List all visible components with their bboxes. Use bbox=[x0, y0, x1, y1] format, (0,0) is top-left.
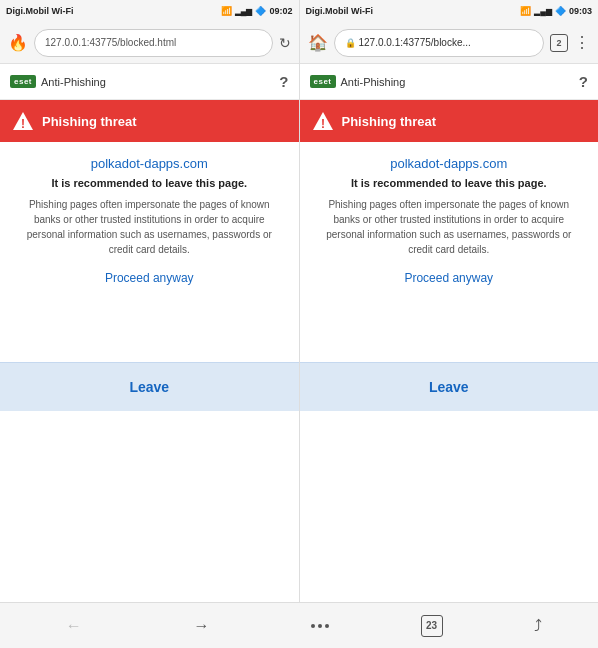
panel-left: 🔥 127.0.0.1:43775/blocked.html ↻ eset An… bbox=[0, 22, 300, 602]
leave-btn-right[interactable]: Leave bbox=[429, 379, 469, 395]
threat-title-right: Phishing threat bbox=[342, 114, 437, 129]
eset-header-left: eset Anti-Phishing ? bbox=[0, 64, 299, 100]
address-text-left: 127.0.0.1:43775/blocked.html bbox=[45, 37, 176, 48]
eset-badge-right: eset bbox=[310, 75, 336, 88]
svg-text:!: ! bbox=[21, 117, 25, 131]
lock-icon-right: 🔒 bbox=[345, 38, 356, 48]
bt-icon-right: 🔷 bbox=[555, 6, 566, 16]
wifi-icon-right: 📶 bbox=[520, 6, 531, 16]
threat-banner-left: ! Phishing threat bbox=[0, 100, 299, 142]
eset-logo-right: eset Anti-Phishing bbox=[310, 75, 406, 88]
signal-left: ▂▄▆ bbox=[235, 7, 253, 16]
time-left: 09:02 bbox=[269, 6, 292, 16]
domain-right: polkadot-dapps.com bbox=[390, 156, 507, 171]
leave-section-left: Leave bbox=[0, 362, 299, 411]
svg-text:!: ! bbox=[321, 117, 325, 131]
forward-btn[interactable]: → bbox=[183, 611, 219, 641]
address-bar-left[interactable]: 127.0.0.1:43775/blocked.html bbox=[34, 29, 273, 57]
status-bar-left: Digi.Mobil Wi-Fi 📶 ▂▄▆ 🔷 09:02 bbox=[0, 0, 300, 22]
wifi-icon-left: 📶 bbox=[221, 6, 232, 16]
warning-icon-left: ! bbox=[12, 110, 34, 132]
proceed-link-left[interactable]: Proceed anyway bbox=[105, 271, 194, 285]
browser-bar-right: 🏠 🔒 127.0.0.1:43775/blocke... 2 ⋮ bbox=[300, 22, 599, 64]
back-btn[interactable]: ← bbox=[56, 611, 92, 641]
recommendation-right: It is recommended to leave this page. bbox=[351, 177, 547, 189]
leave-section-right: Leave bbox=[300, 362, 599, 411]
share-btn[interactable]: ⤴ bbox=[534, 617, 542, 635]
tab-count-right[interactable]: 2 bbox=[550, 34, 568, 52]
panel-right: 🏠 🔒 127.0.0.1:43775/blocke... 2 ⋮ eset A… bbox=[300, 22, 599, 602]
threat-banner-right: ! Phishing threat bbox=[300, 100, 599, 142]
eset-logo-left: eset Anti-Phishing bbox=[10, 75, 106, 88]
content-area-right: polkadot-dapps.com It is recommended to … bbox=[300, 142, 599, 362]
flame-icon-left: 🔥 bbox=[8, 33, 28, 52]
description-left: Phishing pages often impersonate the pag… bbox=[16, 197, 283, 257]
empty-space-right bbox=[300, 411, 599, 603]
status-bar-right: Digi.Mobil Wi-Fi 📶 ▂▄▆ 🔷 09:03 bbox=[300, 0, 599, 22]
carrier-left: Digi.Mobil Wi-Fi bbox=[6, 6, 73, 16]
time-right: 09:03 bbox=[569, 6, 592, 16]
home-icon-right: 🏠 bbox=[308, 33, 328, 52]
address-bar-right[interactable]: 🔒 127.0.0.1:43775/blocke... bbox=[334, 29, 545, 57]
recommendation-left: It is recommended to leave this page. bbox=[51, 177, 247, 189]
bt-icon-left: 🔷 bbox=[255, 6, 266, 16]
help-btn-left[interactable]: ? bbox=[279, 73, 288, 90]
eset-title-right: Anti-Phishing bbox=[341, 76, 406, 88]
more-btn[interactable] bbox=[311, 624, 329, 628]
eset-header-right: eset Anti-Phishing ? bbox=[300, 64, 599, 100]
bottom-nav: ← → 23 ⤴ bbox=[0, 602, 598, 648]
reload-btn-left[interactable]: ↻ bbox=[279, 35, 291, 51]
eset-title-left: Anti-Phishing bbox=[41, 76, 106, 88]
eset-badge-left: eset bbox=[10, 75, 36, 88]
content-area-left: polkadot-dapps.com It is recommended to … bbox=[0, 142, 299, 362]
threat-title-left: Phishing threat bbox=[42, 114, 137, 129]
address-text-right: 127.0.0.1:43775/blocke... bbox=[359, 37, 471, 48]
signal-right: ▂▄▆ bbox=[534, 7, 552, 16]
carrier-right: Digi.Mobil Wi-Fi bbox=[306, 6, 373, 16]
empty-space-left bbox=[0, 411, 299, 603]
domain-left: polkadot-dapps.com bbox=[91, 156, 208, 171]
browser-bar-left: 🔥 127.0.0.1:43775/blocked.html ↻ bbox=[0, 22, 299, 64]
leave-btn-left[interactable]: Leave bbox=[129, 379, 169, 395]
proceed-link-right[interactable]: Proceed anyway bbox=[404, 271, 493, 285]
help-btn-right[interactable]: ? bbox=[579, 73, 588, 90]
menu-btn-right[interactable]: ⋮ bbox=[574, 33, 590, 52]
warning-icon-right: ! bbox=[312, 110, 334, 132]
description-right: Phishing pages often impersonate the pag… bbox=[316, 197, 583, 257]
tab-count-bottom[interactable]: 23 bbox=[421, 615, 443, 637]
